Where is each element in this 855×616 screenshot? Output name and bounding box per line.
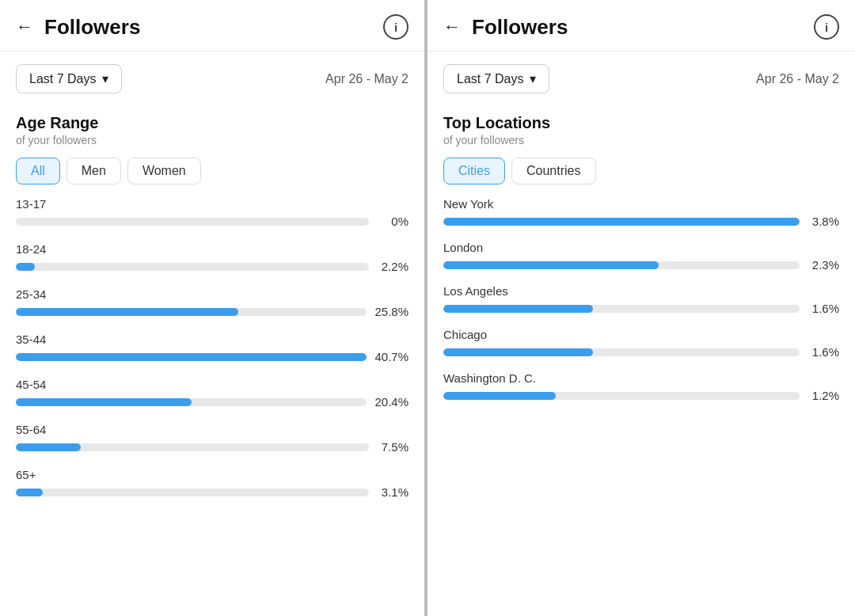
bar-container: 2.3%	[443, 258, 839, 272]
right-date-range: Apr 26 - May 2	[756, 72, 839, 86]
right-header-left: ← Followers	[443, 15, 568, 40]
bar-track	[16, 398, 367, 406]
left-header: ← Followers i	[0, 0, 424, 51]
bar-track	[443, 261, 800, 269]
right-section-title: Top Locations	[428, 106, 855, 134]
left-info-icon[interactable]: i	[383, 14, 408, 40]
right-dropdown-chevron-icon: ▾	[530, 71, 536, 86]
bar-value: 1.6%	[808, 302, 839, 315]
left-tab-group: All Men Women	[0, 158, 424, 197]
bar-label: 35-44	[16, 333, 408, 346]
location-name: New York	[443, 197, 839, 211]
location-name: Washington D. C.	[443, 371, 839, 385]
location-name: Los Angeles	[443, 284, 839, 298]
bar-track	[16, 489, 369, 496]
bar-track	[16, 308, 367, 316]
bar-container: 0%	[16, 215, 408, 228]
bar-label: 55-64	[16, 423, 408, 436]
bar-track	[443, 305, 800, 313]
right-back-button[interactable]: ←	[443, 17, 461, 37]
bar-fill	[443, 348, 593, 356]
bar-value: 1.2%	[808, 389, 839, 402]
right-time-filter-dropdown[interactable]: Last 7 Days ▾	[443, 64, 549, 93]
bar-fill	[16, 489, 43, 496]
bar-container: 1.6%	[443, 302, 839, 315]
age-bar-row: 45-54 20.4%	[16, 378, 408, 409]
left-section-title: Age Range	[0, 106, 424, 134]
bar-track	[443, 392, 800, 400]
bar-label: 65+	[16, 468, 408, 481]
location-bar-row: Washington D. C. 1.2%	[443, 371, 839, 402]
bar-container: 3.8%	[443, 215, 839, 228]
bar-fill	[443, 305, 593, 313]
bar-container: 7.5%	[16, 440, 408, 454]
left-date-range: Apr 26 - May 2	[325, 72, 408, 86]
left-panel: ← Followers i Last 7 Days ▾ Apr 26 - May…	[0, 0, 428, 616]
left-section-subtitle: of your followers	[0, 134, 424, 158]
bar-track	[16, 218, 369, 226]
bar-label: 18-24	[16, 242, 408, 256]
right-info-icon[interactable]: i	[814, 14, 839, 40]
bar-fill	[443, 218, 800, 226]
bar-value: 20.4%	[374, 395, 408, 409]
location-bar-row: Los Angeles 1.6%	[443, 284, 839, 315]
right-header: ← Followers i	[428, 0, 855, 51]
left-page-title: Followers	[44, 15, 140, 40]
bar-value: 2.3%	[808, 258, 839, 272]
age-bar-row: 55-64 7.5%	[16, 423, 408, 454]
left-filter-bar: Last 7 Days ▾ Apr 26 - May 2	[0, 51, 424, 106]
age-bar-row: 35-44 40.7%	[16, 333, 408, 363]
bar-label: 45-54	[16, 378, 408, 391]
bar-container: 20.4%	[16, 395, 408, 409]
right-filter-bar: Last 7 Days ▾ Apr 26 - May 2	[428, 51, 855, 106]
bar-fill	[16, 443, 81, 451]
bar-container: 1.6%	[443, 345, 839, 359]
left-chart-section: 13-17 0% 18-24 2.2% 25-34 25.8%	[0, 197, 424, 616]
left-time-filter-dropdown[interactable]: Last 7 Days ▾	[16, 64, 122, 93]
age-bar-row: 65+ 3.1%	[16, 468, 408, 499]
bar-container: 40.7%	[16, 350, 408, 363]
bar-fill	[16, 398, 192, 406]
right-dropdown-label: Last 7 Days	[457, 72, 523, 86]
location-bar-row: New York 3.8%	[443, 197, 839, 228]
bar-label: 25-34	[16, 287, 408, 301]
location-name: Chicago	[443, 328, 839, 341]
location-bar-row: Chicago 1.6%	[443, 328, 839, 359]
bar-value: 0%	[377, 215, 408, 228]
tab-women[interactable]: Women	[127, 158, 201, 184]
bar-value: 3.8%	[808, 215, 839, 228]
left-dropdown-chevron-icon: ▾	[102, 71, 108, 86]
bar-track	[16, 263, 369, 271]
tab-men[interactable]: Men	[66, 158, 121, 184]
right-chart-section: New York 3.8% London 2.3% Los Angeles	[428, 197, 855, 616]
tab-all[interactable]: All	[16, 158, 60, 184]
bar-label: 13-17	[16, 197, 408, 211]
tab-countries[interactable]: Countries	[511, 158, 595, 184]
age-bar-row: 18-24 2.2%	[16, 242, 408, 273]
location-bar-row: London 2.3%	[443, 241, 839, 272]
bar-track	[16, 443, 369, 451]
bar-container: 3.1%	[16, 485, 408, 499]
bar-fill	[443, 392, 556, 400]
bar-value: 2.2%	[377, 260, 408, 273]
bar-container: 2.2%	[16, 260, 408, 273]
bar-value: 7.5%	[377, 440, 408, 454]
bar-value: 25.8%	[374, 305, 408, 318]
left-header-left: ← Followers	[16, 15, 140, 40]
bar-value: 40.7%	[374, 350, 408, 363]
right-panel: ← Followers i Last 7 Days ▾ Apr 26 - May…	[428, 0, 855, 616]
bar-fill	[16, 308, 238, 316]
bar-track	[443, 218, 800, 226]
bar-track	[16, 353, 367, 361]
bar-value: 3.1%	[377, 485, 408, 499]
age-bar-row: 25-34 25.8%	[16, 287, 408, 318]
bar-value: 1.6%	[808, 345, 839, 359]
bar-container: 25.8%	[16, 305, 408, 318]
left-back-button[interactable]: ←	[16, 17, 33, 37]
age-bar-row: 13-17 0%	[16, 197, 408, 228]
bar-fill	[443, 261, 659, 269]
right-tab-group: Cities Countries	[428, 158, 855, 197]
right-section-subtitle: of your followers	[428, 134, 855, 158]
tab-cities[interactable]: Cities	[443, 158, 505, 184]
right-page-title: Followers	[472, 15, 568, 40]
